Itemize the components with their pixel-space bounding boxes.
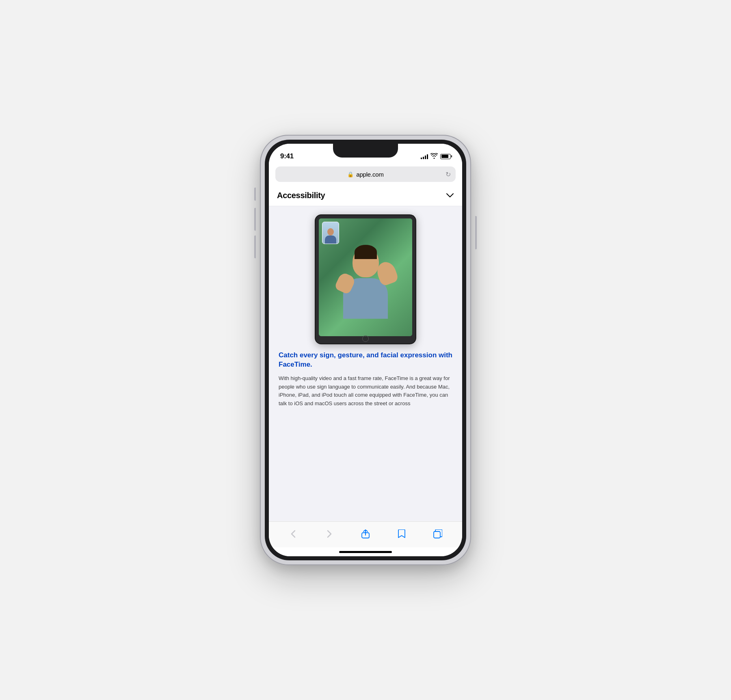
accessibility-title: Accessibility bbox=[277, 191, 325, 200]
notch bbox=[333, 144, 398, 158]
status-time: 9:41 bbox=[280, 152, 294, 160]
status-icons bbox=[421, 153, 451, 160]
signal-bar-2 bbox=[423, 157, 424, 159]
bookmarks-button[interactable] bbox=[395, 528, 408, 541]
scene: 9:41 bbox=[0, 0, 731, 700]
url-text[interactable]: apple.com bbox=[356, 171, 383, 178]
signal-bar-1 bbox=[421, 158, 422, 159]
forward-icon bbox=[327, 530, 332, 539]
text-content: Catch every sign, gesture, and facial ex… bbox=[277, 344, 454, 521]
signal-bar-3 bbox=[425, 156, 426, 159]
volume-down-button[interactable] bbox=[254, 235, 256, 258]
iphone-frame: 9:41 bbox=[260, 135, 471, 565]
lock-icon: 🔒 bbox=[347, 171, 354, 177]
url-bar[interactable]: 🔒 apple.com ↻ bbox=[269, 163, 462, 185]
share-button[interactable] bbox=[359, 528, 372, 541]
ipad-screen bbox=[319, 218, 412, 336]
thumb-person-head bbox=[327, 228, 334, 235]
facetime-background bbox=[319, 218, 412, 336]
person-hair bbox=[355, 245, 377, 259]
battery-fill bbox=[441, 155, 449, 158]
back-icon bbox=[291, 530, 296, 539]
home-bar bbox=[339, 551, 392, 553]
svg-rect-1 bbox=[434, 531, 440, 538]
power-button[interactable] bbox=[475, 216, 477, 249]
content-area: Catch every sign, gesture, and facial ex… bbox=[269, 206, 462, 521]
iphone-screen: 9:41 bbox=[269, 144, 462, 556]
thumb-person-body bbox=[325, 235, 336, 244]
thumbnail-video bbox=[322, 222, 339, 244]
chevron-down-icon[interactable] bbox=[446, 191, 454, 200]
back-button[interactable] bbox=[287, 528, 300, 541]
mute-button[interactable] bbox=[254, 188, 256, 201]
ipad-mockup bbox=[315, 214, 416, 344]
signal-bar-4 bbox=[427, 154, 428, 159]
accessibility-header[interactable]: Accessibility bbox=[269, 185, 462, 206]
bookmarks-icon bbox=[398, 529, 406, 540]
person-head bbox=[353, 247, 379, 277]
forward-button[interactable] bbox=[323, 528, 336, 541]
volume-up-button[interactable] bbox=[254, 208, 256, 231]
signal-icon bbox=[421, 153, 428, 159]
person-hand-left bbox=[334, 272, 356, 295]
tabs-button[interactable] bbox=[431, 528, 444, 541]
facetime-body: With high-quality video and a fast frame… bbox=[279, 374, 452, 408]
refresh-icon[interactable]: ↻ bbox=[446, 171, 451, 178]
facetime-headline: Catch every sign, gesture, and facial ex… bbox=[279, 351, 452, 369]
tabs-icon bbox=[433, 529, 442, 540]
battery-icon bbox=[440, 154, 451, 159]
person-body bbox=[343, 278, 388, 319]
url-bar-inner[interactable]: 🔒 apple.com ↻ bbox=[275, 166, 456, 182]
home-indicator bbox=[269, 547, 462, 556]
main-person bbox=[337, 243, 394, 336]
wifi-icon bbox=[430, 153, 438, 160]
safari-toolbar bbox=[269, 521, 462, 547]
ipad-home-button bbox=[362, 335, 369, 342]
share-icon bbox=[361, 529, 370, 540]
iphone-body: 9:41 bbox=[265, 140, 466, 560]
web-content: Accessibility bbox=[269, 185, 462, 521]
